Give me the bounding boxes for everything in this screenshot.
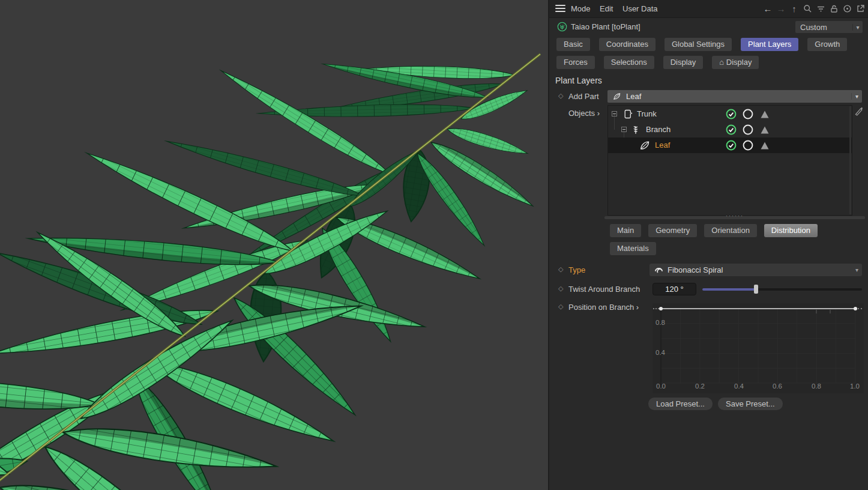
tab-forces[interactable]: Forces	[556, 56, 595, 69]
tab-coordinates[interactable]: Coordinates	[599, 38, 656, 51]
trunk-icon	[623, 109, 633, 119]
pick-pen-icon[interactable]	[854, 106, 863, 116]
type-value: Fibonacci Spiral	[668, 265, 723, 274]
x-axis-tick: 0.8	[807, 383, 825, 390]
twist-label: Twist Around Branch	[568, 285, 640, 294]
tab-display-2-label: Display	[726, 58, 752, 67]
main-tab-row-2: Forces Selections Display ⌂ Display	[556, 56, 759, 69]
fibonacci-spiral-icon	[654, 265, 663, 274]
subtab-orientation[interactable]: Orientation	[704, 224, 757, 237]
param-diamond-icon: ◇	[558, 285, 565, 292]
save-preset-button[interactable]: Save Preset...	[718, 398, 783, 410]
tab-global-settings[interactable]: Global Settings	[665, 38, 732, 51]
tree-scrollbar[interactable]	[849, 106, 851, 214]
tree-row-label: Branch	[646, 125, 671, 134]
leaf-icon	[612, 92, 621, 101]
twist-slider[interactable]	[702, 288, 862, 291]
chevron-down-icon: ▾	[855, 267, 858, 273]
chevron-down-icon: ▾	[852, 24, 863, 31]
tab-selections[interactable]: Selections	[604, 56, 654, 69]
twist-slider-fill	[702, 288, 756, 291]
lock-icon[interactable]	[828, 2, 839, 14]
grip-dots: ······	[726, 213, 744, 219]
up-arrow-icon[interactable]: ↑	[789, 2, 800, 14]
triangle-toggle-icon[interactable]	[759, 124, 770, 135]
back-arrow-icon[interactable]: ←	[762, 2, 773, 14]
tree-row-label: Trunk	[637, 109, 657, 118]
preset-dropdown-value: Custom	[795, 23, 852, 32]
attribute-manager-panel: Mode Edit User Data ← → ↑	[549, 0, 868, 490]
external-link-icon[interactable]	[855, 2, 866, 14]
tab-display-2[interactable]: ⌂ Display	[712, 56, 759, 69]
load-preset-button[interactable]: Load Preset...	[648, 398, 713, 410]
panel-resize-grip[interactable]: ······	[604, 216, 865, 219]
twist-value-input[interactable]: 120 °	[653, 283, 696, 295]
add-part-value: Leaf	[626, 92, 641, 101]
type-label: Type	[568, 265, 585, 274]
position-spline-graph[interactable]	[653, 303, 864, 393]
tab-plant-layers[interactable]: Plant Layers	[741, 38, 798, 51]
forward-arrow-icon[interactable]: →	[776, 2, 786, 14]
branch-icon	[631, 124, 640, 135]
enabled-check-icon[interactable]	[726, 140, 737, 151]
x-axis-tick: 0.4	[730, 383, 748, 390]
add-part-dropdown[interactable]: Leaf ▾	[607, 90, 862, 103]
position-label: Position on Branch ›	[568, 303, 639, 312]
chevron-right-icon: ›	[636, 303, 639, 312]
tree-row-branch[interactable]: Branch	[608, 122, 852, 138]
section-title-plant-layers: Plant Layers	[555, 76, 602, 85]
search-icon[interactable]	[802, 2, 813, 14]
plant-render	[0, 0, 549, 490]
enabled-check-icon[interactable]	[726, 124, 737, 135]
chevron-down-icon: ▾	[851, 93, 862, 100]
circle-toggle-icon[interactable]	[743, 124, 753, 135]
menu-user-data[interactable]: User Data	[622, 4, 658, 13]
twist-slider-handle[interactable]	[754, 285, 758, 294]
add-part-label: Add Part	[568, 92, 599, 101]
preset-dropdown[interactable]: Custom ▾	[795, 21, 863, 33]
house-icon: ⌂	[719, 58, 724, 67]
menu-mode[interactable]: Mode	[571, 4, 591, 13]
object-header-row: Taiao Plant [toPlant] Custom ▾	[549, 18, 868, 36]
subtab-distribution[interactable]: Distribution	[764, 224, 818, 237]
chevron-right-icon: ›	[597, 109, 600, 118]
collapse-icon[interactable]	[621, 127, 627, 132]
main-tab-row-1: Basic Coordinates Global Settings Plant …	[556, 38, 847, 51]
tab-display[interactable]: Display	[663, 56, 704, 69]
sub-tab-row-2: Materials	[610, 242, 656, 255]
plant-layers-tree[interactable]: Trunk	[607, 105, 852, 216]
tree-row-leaf[interactable]: Leaf	[608, 138, 852, 153]
subtab-geometry[interactable]: Geometry	[648, 224, 697, 237]
param-diamond-icon: ◇	[558, 265, 565, 273]
circle-toggle-icon[interactable]	[743, 140, 753, 151]
x-axis-tick: 0.6	[768, 383, 786, 390]
triangle-toggle-icon[interactable]	[759, 109, 770, 119]
param-diamond-icon: ◇	[558, 92, 565, 100]
menu-edit[interactable]: Edit	[600, 4, 613, 13]
object-title: Taiao Plant [toPlant]	[571, 22, 640, 31]
hamburger-menu-icon[interactable]	[555, 5, 565, 13]
collapse-icon[interactable]	[612, 111, 617, 116]
attribute-menubar: Mode Edit User Data ← → ↑	[549, 0, 868, 18]
application-window: Mode Edit User Data ← → ↑	[0, 0, 868, 490]
tree-row-trunk[interactable]: Trunk	[608, 106, 852, 122]
objects-label: Objects ›	[568, 109, 600, 118]
subtab-materials[interactable]: Materials	[610, 242, 656, 255]
viewport-3d[interactable]	[0, 0, 549, 490]
triangle-toggle-icon[interactable]	[759, 140, 770, 151]
tab-growth[interactable]: Growth	[807, 38, 847, 51]
param-diamond-icon: ◇	[558, 303, 565, 310]
taiao-plant-icon	[557, 22, 567, 32]
circle-toggle-icon[interactable]	[743, 109, 753, 119]
target-icon[interactable]	[842, 2, 852, 14]
x-axis-tick: 1.0	[846, 383, 864, 390]
tab-basic[interactable]: Basic	[556, 38, 590, 51]
enabled-check-icon[interactable]	[726, 109, 737, 119]
type-dropdown[interactable]: Fibonacci Spiral ▾	[649, 264, 862, 276]
y-axis-tick: 0.4	[656, 349, 665, 356]
filter-icon[interactable]	[815, 2, 826, 14]
x-axis-tick: 0.0	[652, 383, 670, 390]
leaf-icon	[639, 140, 650, 151]
subtab-main[interactable]: Main	[610, 224, 641, 237]
x-axis-tick: 0.2	[691, 383, 709, 390]
